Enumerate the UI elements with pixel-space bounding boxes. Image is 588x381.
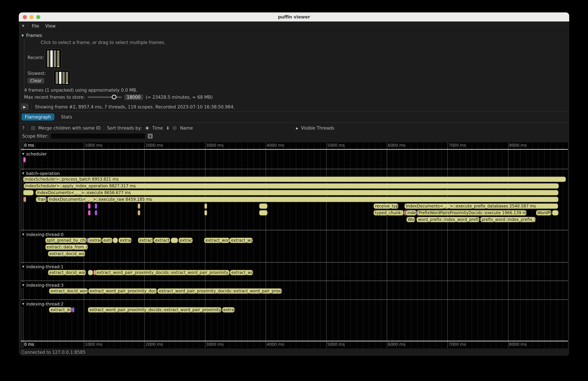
flamegraph-scope-bar[interactable]	[88, 210, 90, 215]
flamegraph-scope-bar[interactable]	[88, 203, 90, 209]
title-bar[interactable]: puffin viewer	[19, 12, 569, 21]
flamegraph-scope-bar[interactable]: extract_docid_word	[48, 270, 86, 275]
slider-knob[interactable]	[112, 95, 116, 99]
time-ruler-top[interactable]: 0 ms1000 ms2000 ms3000 ms4000 ms5000 ms6…	[21, 142, 568, 150]
thread-label[interactable]: ▼indexing-thread:2	[21, 301, 66, 307]
ruler-tick-label: 5000 ms	[327, 342, 345, 347]
recent-frames-thumbnail[interactable]	[45, 49, 62, 69]
flamegraph-scope-bar[interactable]: extract_wo	[230, 270, 253, 275]
flamegraph-scope-bar[interactable]: prefix_word::index_prefix_wo	[480, 217, 535, 222]
flamegraph-scope-bar[interactable]: Word	[406, 217, 415, 222]
flamegraph-scope-bar[interactable]: extract_	[154, 238, 170, 243]
clear-button[interactable]: Clear	[27, 78, 44, 84]
scope-rows: extract_docid_wordextract_word_pair_prox…	[21, 288, 568, 295]
clear-filter-button[interactable]: x	[148, 133, 153, 138]
scope-filter-input[interactable]	[51, 133, 145, 138]
flamegraph-scope-bar[interactable]: extract	[178, 238, 193, 243]
menu-view[interactable]: View	[45, 23, 56, 28]
frames-section-header[interactable]: ▼ Frames	[19, 31, 569, 38]
flamegraph-scope-bar[interactable]: extract_docid_word	[49, 288, 88, 294]
flamegraph-scope-bar[interactable]: extra	[102, 238, 112, 243]
flamegraph-scope-bar[interactable]: IndexDocuments<_, _>::execute 8656.677 m…	[36, 190, 558, 195]
tab-flamegraph[interactable]: Flamegraph	[21, 113, 54, 121]
app-menu-icon[interactable]: ✳	[19, 23, 27, 28]
thread-section: ▼batch-operationIndexScheduler>::process…	[21, 169, 568, 230]
controls-row: ? Merge children with same ID Sort threa…	[19, 124, 569, 132]
flamegraph-panel[interactable]: 0 ms1000 ms2000 ms3000 ms4000 ms5000 ms6…	[21, 142, 568, 348]
thread-label[interactable]: ▼batch-operation	[21, 170, 63, 176]
flamegraph-scope-bar[interactable]: IndexScheduler>::process_batch 8953.821 …	[23, 177, 566, 182]
flamegraph-scope-bar[interactable]: extract_	[138, 238, 153, 243]
flamegraph-scope-bar[interactable]: extract_doc	[49, 307, 72, 313]
time-ruler-bottom[interactable]: 0 ms1000 ms2000 ms3000 ms4000 ms5000 ms6…	[21, 341, 568, 348]
flamegraph-scope-bar[interactable]	[24, 197, 26, 202]
menu-bar: ✳ File View	[19, 21, 569, 31]
flamegraph-scope-bar[interactable]: extract::data_from_ob	[45, 244, 88, 250]
flamegraph-scope-bar[interactable]	[138, 203, 140, 209]
scope-filter-label: Scope filter:	[22, 133, 48, 138]
sort-name-radio[interactable]	[173, 126, 177, 130]
play-button[interactable]: ▶	[21, 103, 28, 110]
scope-rows: split_grenad_by_chunextractextraextracex…	[21, 237, 568, 257]
flamegraph-row: Wordword_prefix::index_word_prefix_prefi…	[21, 216, 568, 223]
slowest-frames-thumbnail[interactable]	[54, 70, 70, 85]
flamegraph-scope-bar[interactable]: IndexScheduler>::apply_index_operation 8…	[24, 183, 559, 189]
flamegraph-scope-bar[interactable]: WordPr	[536, 210, 552, 215]
flamegraph-scope-bar[interactable]: PrefixWordPairsProximityDocids::execute …	[417, 210, 526, 215]
flamegraph-scope-bar[interactable]	[23, 190, 34, 195]
flamegraph-scope-bar[interactable]: extrac	[222, 307, 235, 313]
max-frames-slider[interactable]	[87, 96, 122, 98]
thread-label[interactable]: ▼indexing-thread:0	[21, 232, 66, 237]
thread-section: ▼indexing-thread:2extract_docextract_wor…	[21, 299, 568, 314]
flamegraph-scope-bar[interactable]: IndexDocuments<_, _>::execute_prefix_dat…	[404, 203, 558, 209]
flamegraph-scope-bar[interactable]: extract_word	[204, 238, 229, 243]
flamegraph-scope-bar[interactable]: extract_wo	[230, 238, 253, 243]
ruler-tick-label: 4000 ms	[267, 342, 284, 347]
flamegraph-scope-bar[interactable]	[23, 157, 26, 163]
flamegraph-scope-bar[interactable]	[113, 238, 118, 243]
sort-direction-icon[interactable]: ⬇	[166, 125, 170, 130]
thread-section: ▼indexing-thread:3extract_docid_wordextr…	[21, 281, 568, 299]
thread-label[interactable]: ▼scheduler	[21, 151, 49, 157]
flamegraph-scope-bar[interactable]: extract_word_pair_proximity_docids::extr…	[95, 270, 230, 275]
flamegraph-empty-space[interactable]	[21, 314, 568, 341]
flamegraph-scope-bar[interactable]	[171, 238, 178, 243]
flamegraph-scope-bar[interactable]	[138, 210, 140, 215]
flamegraph-scope-bar[interactable]: extract_word_pair_proximity_docids::extr…	[158, 288, 282, 294]
flamegraph-scope-bar[interactable]: split_grenad_by_chun	[45, 238, 86, 243]
thread-label[interactable]: ▼indexing-thread:3	[21, 282, 66, 288]
flamegraph-scope-bar[interactable]	[259, 203, 268, 209]
flamegraph-scope-bar[interactable]: word_prefix::index_word_prefix_	[417, 217, 480, 222]
flamegraph-scope-bar[interactable]	[72, 307, 75, 313]
ruler-tick-label: 0 ms	[24, 143, 35, 148]
sort-time-radio[interactable]	[145, 126, 149, 130]
flamegraph-scope-bar[interactable]: receive_typed_	[374, 203, 398, 209]
thread-label[interactable]: ▼indexing-thread:1	[21, 264, 66, 270]
flamegraph-scope-bar[interactable]	[95, 203, 97, 209]
flamegraph-scope-bar[interactable]: extract	[88, 238, 102, 243]
flamegraph-scope-bar[interactable]	[95, 210, 97, 215]
flamegraph-scope-bar[interactable]: index	[406, 210, 416, 215]
ruler-tick-label: 3000 ms	[206, 342, 224, 347]
flamegraph-scope-bar[interactable]: IndexDocuments<_, _>::execute_raw 8459.1…	[47, 197, 558, 202]
flamegraph-scope-bar[interactable]	[204, 203, 207, 209]
menu-file[interactable]: File	[32, 23, 39, 28]
flamegraph-scope-bar[interactable]: extract_word_pair_proximity_docids::extr…	[88, 307, 222, 313]
flamegraph-scope-bar[interactable]: typed_chunk::w	[374, 210, 404, 215]
ruler-tick-label: 6000 ms	[388, 342, 405, 347]
flamegraph-scope-bar[interactable]: extrac	[119, 238, 131, 243]
max-frames-value[interactable]: 18000	[124, 94, 143, 100]
flamegraph-scope-bar[interactable]	[88, 270, 93, 275]
tab-stats[interactable]: Stats	[58, 113, 76, 121]
flamegraph-scope-bar[interactable]: extract_word_pair_proximity_docids	[88, 288, 157, 294]
flamegraph-scope-bar[interactable]	[259, 210, 268, 215]
flamegraph-scope-bar[interactable]: Trans	[36, 197, 47, 202]
sort-threads-label: Sort threads by:	[107, 125, 142, 130]
scope-rows: extract_docextract_word_pair_proximity_d…	[21, 307, 568, 314]
flamegraph-scope-bar[interactable]: extract_docid_word	[48, 251, 85, 256]
flamegraph-scope-bar[interactable]	[204, 210, 207, 215]
help-button[interactable]: ?	[22, 125, 24, 130]
merge-children-checkbox[interactable]	[31, 126, 35, 130]
visible-threads-header[interactable]: ▶ Visible Threads	[296, 126, 334, 130]
flamegraph-scope-bar[interactable]	[552, 210, 558, 215]
